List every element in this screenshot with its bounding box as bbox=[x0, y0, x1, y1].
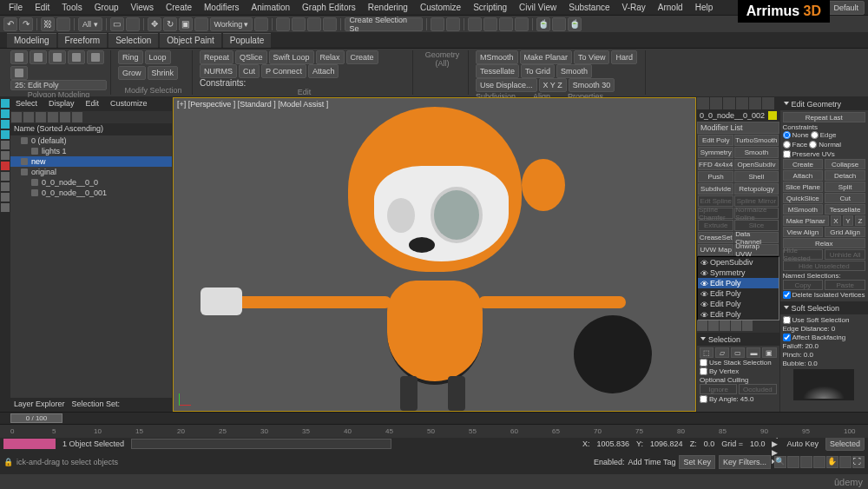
modifier-btn[interactable]: Shell bbox=[734, 171, 778, 182]
modifier-btn[interactable]: FFD 4x4x4 bbox=[698, 159, 733, 170]
edit-btn[interactable]: Copy bbox=[783, 280, 824, 290]
modifier-btn[interactable]: Extrude bbox=[698, 220, 733, 231]
coord-dropdown[interactable]: Working ▾ bbox=[210, 17, 253, 31]
tree-item[interactable]: 0 (default) bbox=[10, 135, 172, 146]
use-stack-check[interactable]: Use Stack Selection bbox=[700, 359, 777, 367]
modifier-btn[interactable]: Push bbox=[698, 171, 733, 182]
se-tab-customize[interactable]: Customize bbox=[105, 97, 153, 111]
menu-graph-editors[interactable]: Graph Editors bbox=[297, 1, 361, 14]
maximize-icon[interactable]: ⛶ bbox=[852, 456, 865, 468]
make-planar[interactable]: Make Planar bbox=[783, 215, 829, 226]
subobj-edge-icon[interactable]: ▱ bbox=[715, 347, 729, 358]
menu-views[interactable]: Views bbox=[126, 1, 160, 14]
pan-icon[interactable]: ✋ bbox=[826, 456, 838, 468]
helper-icon[interactable] bbox=[1, 172, 10, 181]
material-editor-icon[interactable] bbox=[515, 17, 529, 31]
layer-icon[interactable] bbox=[468, 17, 482, 31]
displace-btn[interactable]: Use Displace... bbox=[476, 78, 537, 92]
edit-btn[interactable]: Split bbox=[825, 182, 865, 192]
swiftloop-btn[interactable]: Swift Loop bbox=[269, 50, 314, 64]
angle-snap-icon[interactable] bbox=[292, 17, 306, 31]
edit-btn[interactable]: MSmooth bbox=[783, 204, 824, 215]
rotate-icon[interactable]: ↻ bbox=[163, 17, 177, 31]
menu-scripting[interactable]: Scripting bbox=[468, 1, 512, 14]
constraint-normal[interactable]: Normal bbox=[809, 141, 841, 149]
tree-item[interactable]: 0_0_node__0_001 bbox=[10, 188, 172, 198]
menu-modifiers[interactable]: Modifiers bbox=[199, 1, 245, 14]
edit-btn[interactable]: Paste bbox=[825, 280, 865, 290]
keyfilters-btn[interactable]: Key Filters... bbox=[719, 455, 771, 469]
schematic-icon[interactable] bbox=[499, 17, 513, 31]
planar-y[interactable]: Y bbox=[843, 215, 853, 226]
polygon-icon[interactable] bbox=[87, 50, 104, 64]
select-name-icon[interactable] bbox=[126, 17, 140, 31]
curve-editor-icon[interactable] bbox=[483, 17, 497, 31]
cut-btn[interactable]: Cut bbox=[239, 64, 260, 78]
poly-model-icon[interactable] bbox=[10, 50, 28, 64]
redo-icon[interactable]: ↷ bbox=[19, 17, 33, 31]
time-tag-btn[interactable]: Add Time Tag bbox=[628, 458, 676, 466]
viewport[interactable]: [+] [Perspective ] [Standard ] [Model As… bbox=[173, 97, 696, 412]
stack-item[interactable]: 👁Symmetry bbox=[698, 268, 779, 278]
modifier-btn[interactable]: UVW Map bbox=[698, 244, 733, 255]
modifier-btn[interactable]: Symmetry bbox=[698, 147, 733, 158]
light-icon[interactable] bbox=[1, 151, 10, 160]
create-tab-icon[interactable] bbox=[697, 97, 709, 109]
modifier-btn[interactable]: CreaseSet bbox=[698, 232, 733, 243]
edge-icon[interactable] bbox=[49, 50, 66, 64]
move-icon[interactable]: ✥ bbox=[148, 17, 161, 31]
hierarchy-tab-icon[interactable] bbox=[723, 97, 735, 109]
misc-icon[interactable] bbox=[1, 203, 10, 212]
menu-substance[interactable]: Substance bbox=[563, 1, 615, 14]
menu-create[interactable]: Create bbox=[161, 1, 197, 14]
modifier-btn[interactable]: Edit Poly bbox=[698, 135, 733, 146]
subobj-vertex-icon[interactable]: ⬚ bbox=[700, 347, 713, 358]
mirror-icon[interactable] bbox=[431, 17, 444, 31]
togrid-btn[interactable]: To Grid bbox=[521, 64, 555, 78]
cube-icon[interactable] bbox=[1, 99, 10, 108]
keymode-dropdown[interactable]: Selected bbox=[825, 437, 865, 451]
vertex-icon[interactable] bbox=[30, 50, 47, 64]
edit-btn[interactable]: Attach bbox=[783, 170, 824, 181]
modifier-btn[interactable]: TurboSmooth bbox=[734, 135, 778, 146]
constraint-none[interactable]: None bbox=[783, 131, 809, 139]
motion-tab-icon[interactable] bbox=[736, 97, 748, 109]
stack-dropdown[interactable]: 25: Edit Poly bbox=[10, 80, 107, 90]
render-setup-icon[interactable]: 🍵 bbox=[536, 17, 550, 31]
edit-btn[interactable]: Grid Align bbox=[825, 227, 865, 237]
lock-icon[interactable]: 🔒 bbox=[3, 458, 13, 466]
stack-item[interactable]: 👁Edit Poly bbox=[698, 288, 779, 299]
modifier-btn[interactable]: Smooth bbox=[734, 147, 778, 158]
plane-icon[interactable] bbox=[1, 141, 10, 149]
edit-btn[interactable]: Unhide All bbox=[825, 249, 865, 260]
modifier-btn[interactable]: Subdivide bbox=[698, 183, 733, 195]
attach-btn[interactable]: Attach bbox=[308, 64, 339, 78]
edit-btn[interactable]: Detach bbox=[825, 170, 865, 181]
edit-btn[interactable]: Hide Selected bbox=[783, 249, 824, 260]
time-slider-thumb[interactable]: 0 / 100 bbox=[10, 413, 62, 423]
msmooth-btn[interactable]: MSmooth bbox=[476, 50, 518, 64]
edit-btn[interactable]: View Align bbox=[783, 227, 824, 237]
planar-z[interactable]: Z bbox=[855, 215, 865, 226]
render-frame-icon[interactable] bbox=[552, 17, 566, 31]
grow-btn[interactable]: Grow bbox=[118, 66, 146, 80]
border-icon[interactable] bbox=[68, 50, 85, 64]
create-btn[interactable]: Create bbox=[346, 50, 378, 64]
del-iso-check[interactable]: Delete Isolated Vertices bbox=[783, 291, 865, 299]
placement-icon[interactable] bbox=[194, 17, 208, 31]
show-end-icon[interactable] bbox=[708, 320, 719, 331]
tab-populate[interactable]: Populate bbox=[223, 33, 271, 48]
tree-item[interactable]: new bbox=[10, 156, 172, 167]
use-soft-sel-check[interactable]: Use Soft Selection bbox=[783, 316, 865, 324]
edit-btn[interactable]: Collapse bbox=[825, 159, 865, 169]
torus-icon[interactable] bbox=[1, 130, 10, 139]
align-icon[interactable] bbox=[446, 17, 460, 31]
repeat-last-btn[interactable]: Repeat Last bbox=[783, 112, 865, 122]
modifier-btn[interactable]: OpenSubdiv bbox=[734, 159, 778, 170]
relax-btn[interactable]: Relax bbox=[316, 50, 345, 64]
unique-icon[interactable] bbox=[720, 320, 730, 331]
setkey-btn[interactable]: Set Key bbox=[679, 455, 715, 469]
pivot-icon[interactable] bbox=[254, 17, 268, 31]
preserve-uvs-check[interactable]: Preserve UVs bbox=[783, 150, 865, 158]
z-spinner[interactable]: 0.0 bbox=[704, 439, 715, 448]
